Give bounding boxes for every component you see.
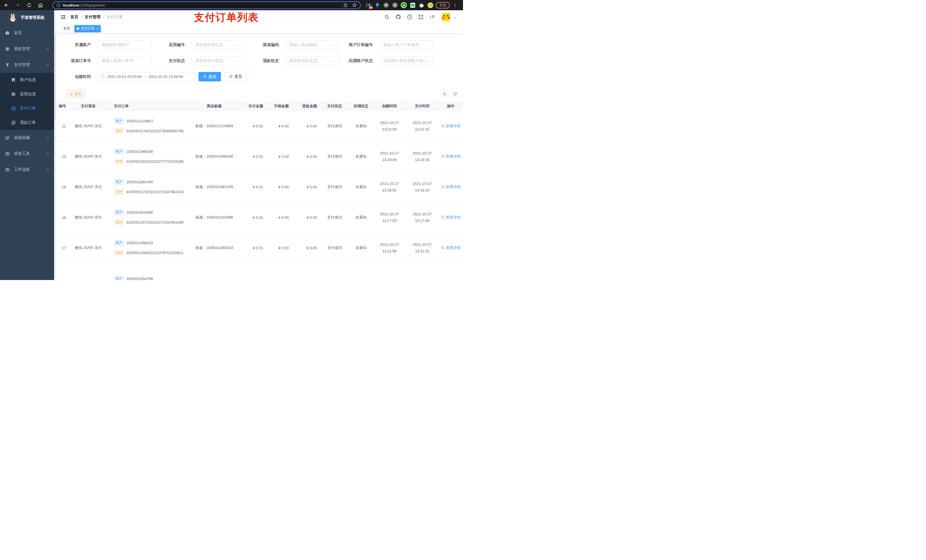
app-title: 芋道管理系统 [21, 15, 44, 20]
cell-pay-time: 2021-10-2713:17:08 [406, 211, 439, 224]
magnifier-icon [441, 246, 445, 249]
green-y-icon[interactable]: y [401, 2, 407, 8]
cell-pay-status: 支付成功 [320, 245, 349, 251]
chat-icon[interactable] [410, 2, 416, 8]
refresh-icon [453, 92, 457, 96]
record-icon[interactable] [392, 2, 398, 8]
sidebar-item-dev-tools[interactable]: 研发工具 [0, 146, 54, 162]
filter-pay-status-select[interactable]: 请选择支付状态 [192, 56, 245, 65]
breadcrumb-separator: / [103, 15, 104, 20]
sidebar-item-payment-management[interactable]: ¥支付管理 [0, 57, 54, 73]
reset-button[interactable]: 重置 [224, 72, 247, 82]
share-icon[interactable] [343, 3, 348, 8]
table-row: 18微信 JSAPI 支付商户1635311823086支付4200001167… [56, 202, 463, 233]
cell-create-time: 2021-10-2713:17:03 [373, 211, 406, 224]
filter-channel-code-select[interactable]: 请输入渠道编码 [286, 40, 339, 50]
cell-id: 17 [56, 246, 68, 250]
puzzle-icon[interactable] [418, 2, 425, 8]
sidebar-item-refund-order[interactable]: 退款订单 [0, 116, 54, 130]
filter-merchant-order-no-input[interactable]: 请输入商户订单编号 [380, 40, 433, 50]
question-icon[interactable]: ? [407, 14, 412, 20]
sidebar-item-payment-order[interactable]: ¥支付订单 [0, 101, 54, 116]
pay-tag: 支付 [114, 128, 124, 134]
cell-title: 标题：1635311468233 [189, 245, 239, 251]
view-detail-link[interactable]: 查看详情 [441, 215, 461, 220]
cell-id: 19 [56, 185, 68, 189]
sidebar-item-app-info[interactable]: 应用信息 [0, 87, 54, 101]
cell-id: 21 [56, 124, 68, 128]
placeholder-text: 请输入商户订单编号 [383, 42, 430, 48]
emoji-icon[interactable] [427, 2, 433, 8]
home-icon[interactable] [36, 1, 44, 9]
info-icon[interactable] [56, 3, 61, 8]
show-search-toggle-button[interactable] [440, 90, 448, 98]
filter-refund-status-select[interactable]: 请选择退款状态 [286, 56, 339, 65]
ext-json-icon[interactable]: 10 [365, 2, 372, 8]
refresh-table-button[interactable] [451, 90, 459, 98]
export-button[interactable]: 导出 [67, 90, 85, 98]
forward-icon[interactable] [14, 1, 22, 9]
breadcrumb-item[interactable]: 首页 [70, 15, 78, 20]
tab-payment-order[interactable]: 支付订单× [74, 25, 101, 32]
refresh-icon [229, 75, 233, 78]
content-scrollbar-thumb[interactable] [54, 35, 56, 120]
sidebar-item-home[interactable]: 首页 [0, 25, 54, 41]
sidebar-item-workflow[interactable]: 工作流程 [0, 162, 54, 178]
sidebar-item-system-management[interactable]: 系统管理 [0, 41, 54, 57]
sidebar-menu: 首页系统管理¥支付管理商户信息应用信息¥支付订单退款订单基础设施研发工具工作流程 [0, 25, 54, 178]
merchant-order-no: 1635311823086 [126, 210, 153, 214]
placeholder-text: 请选择支付状态 [195, 58, 237, 63]
merchant-order-no: 1635312124657 [126, 119, 153, 123]
filter-merchant-input[interactable]: 请选择所属商户 [98, 40, 151, 50]
date-range-input[interactable]: 2021-10-01 00:00:00 - 2021-10-31 23:59:5… [98, 72, 195, 82]
svg-text:?: ? [409, 15, 410, 18]
search-icon [442, 92, 446, 96]
filter-pay-status: 支付状态请选择支付状态 [153, 56, 245, 65]
tab-home[interactable]: 首页 [61, 25, 73, 32]
table-row: 19微信 JSAPI 支付商户1635311881440支付4200001173… [56, 172, 463, 202]
cell-create-time: 2021-10-2713:22:05 [373, 119, 406, 133]
filter-channel-order-no-input[interactable]: 请输入渠道订单号 [98, 56, 151, 65]
update-button[interactable]: 更新 [436, 2, 450, 9]
caret-down-icon[interactable] [454, 17, 457, 20]
yen-icon: ¥ [5, 62, 10, 68]
user-avatar[interactable] [442, 13, 450, 21]
magnifier-icon [441, 216, 445, 219]
column-header-8: 回调状态 [349, 104, 373, 109]
placeholder-text: 请选择所属商户 [101, 42, 147, 48]
view-detail-link[interactable]: 查看详情 [441, 184, 461, 190]
browser-menu-icon[interactable]: ⋮ [453, 3, 457, 8]
breadcrumb-separator: / [81, 15, 82, 20]
search-icon[interactable] [384, 15, 390, 20]
sidebar-item-label: 首页 [14, 30, 22, 36]
sidebar-item-merchant-info[interactable]: 商户信息 [0, 73, 54, 87]
content-scrollbar[interactable] [54, 10, 56, 280]
back-icon[interactable] [2, 1, 10, 9]
filter-app-id-select[interactable]: 请选择应用信息 [192, 40, 245, 50]
breadcrumb-item[interactable]: 支付管理 [85, 15, 100, 20]
command-icon[interactable]: ⌘ [383, 2, 389, 8]
hamburger-icon[interactable] [56, 14, 70, 20]
logo-row[interactable]: 芋道管理系统 [0, 10, 54, 25]
pay-order-no: 4200001174202110278060590766 [126, 129, 184, 133]
svg-text:⌘: ⌘ [385, 3, 388, 7]
cell-pay-time: 2021-10-2713:19:15 [406, 150, 439, 163]
bookmark-star-icon[interactable] [352, 3, 357, 8]
cell-action: 查看详情 [439, 215, 463, 220]
view-detail-link[interactable]: 查看详情 [441, 124, 461, 128]
filter-callback-status-select[interactable]: 请选择订单回调商户状态 [380, 56, 433, 65]
reload-icon[interactable] [25, 1, 33, 9]
cell-id: 18 [56, 216, 68, 220]
view-detail-link[interactable]: 查看详情 [441, 154, 461, 159]
search-button[interactable]: 搜索 [198, 72, 221, 82]
close-icon[interactable]: × [97, 27, 98, 30]
view-detail-link[interactable]: 查看详情 [441, 245, 461, 251]
gem-icon[interactable] [374, 2, 380, 8]
url-bar[interactable]: localhost:1024/pay/order [52, 2, 361, 9]
sidebar-item-infrastructure[interactable]: 基础设施 [0, 130, 54, 146]
fullscreen-icon[interactable] [418, 15, 424, 20]
pay-order-no: 4200001194202110276752100612 [126, 251, 184, 255]
font-size-icon[interactable]: TT [430, 15, 436, 20]
breadcrumb-item: 支付订单 [107, 15, 123, 20]
github-icon[interactable] [395, 14, 401, 20]
